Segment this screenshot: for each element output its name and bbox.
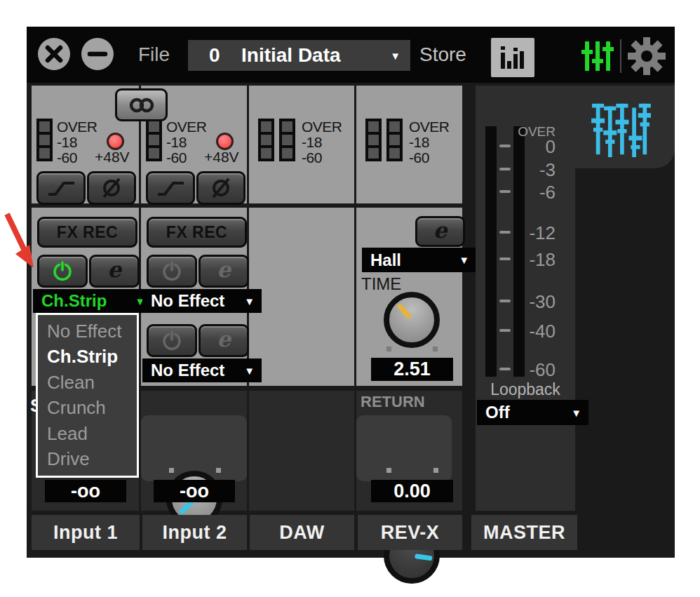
menu-item-lead[interactable]: Lead <box>38 421 137 447</box>
master-meter-left <box>485 126 497 377</box>
input2-fx-rec-button[interactable]: FX REC <box>147 217 247 248</box>
meter-segment <box>368 135 379 145</box>
close-icon <box>38 38 70 70</box>
input1-phase-button[interactable] <box>87 171 136 205</box>
minimize-icon <box>81 38 114 70</box>
mixer-view-icon[interactable] <box>581 40 614 72</box>
reverb-return-value[interactable]: 0.00 <box>371 480 453 502</box>
daw-meter-left <box>258 119 274 161</box>
level-meter-icon <box>499 43 527 72</box>
input2-highpass-button[interactable] <box>146 171 195 205</box>
meter-segment <box>261 135 271 145</box>
meter-tick <box>499 368 511 370</box>
chevron-down-icon: ▼ <box>571 408 581 418</box>
reverb-time-value[interactable]: 2.51 <box>371 358 453 381</box>
meter-segment <box>389 148 400 159</box>
knob-pointer <box>396 303 412 319</box>
loopback-label: Loopback <box>478 380 572 399</box>
input2-fx1-select[interactable]: No Effect ▼ <box>142 289 262 313</box>
scale-label: -60 <box>512 359 556 381</box>
close-button[interactable] <box>38 38 70 70</box>
input1-fx-power-button[interactable] <box>37 255 88 288</box>
fx-dropdown-menu: No Effect Ch.Strip Clean Crunch Lead Dri… <box>36 313 139 478</box>
chevron-down-icon: ▼ <box>244 365 255 376</box>
phantom-power-led <box>107 133 124 150</box>
file-label: File <box>138 43 170 66</box>
link-channels-icon <box>127 97 156 114</box>
stereo-link-button[interactable] <box>115 88 168 121</box>
meter-segment <box>39 121 50 132</box>
phase-invert-icon <box>98 176 125 200</box>
input2-fx2-power-button[interactable] <box>147 324 197 357</box>
reverb-time-knob[interactable] <box>384 292 440 348</box>
input2-fx2-select[interactable]: No Effect ▼ <box>142 358 262 382</box>
minimize-button[interactable] <box>81 38 114 70</box>
knob-pointer <box>414 554 432 561</box>
highpass-filter-icon <box>154 176 187 200</box>
input2-fx1-edit-button[interactable]: e <box>198 255 249 288</box>
knob-max-marker <box>216 468 221 473</box>
edit-icon: e <box>217 259 231 281</box>
menu-item-no-effect[interactable]: No Effect <box>38 318 137 344</box>
return-label: RETURN <box>361 393 425 411</box>
scale-label: -6 <box>512 182 556 203</box>
meter-segment <box>368 148 379 159</box>
meter-segment <box>389 121 400 132</box>
input1-meter-scale: OVER -18 -60 <box>57 119 97 166</box>
input1-fx-edit-button[interactable]: e <box>89 255 140 288</box>
power-icon <box>160 329 184 353</box>
meter-segment <box>261 121 271 132</box>
channel-name-master: MASTER <box>471 515 577 550</box>
reverb-type-select[interactable]: Hall ▼ <box>362 248 476 272</box>
preset-number: 0 <box>209 44 220 67</box>
phantom-power-label: +48V <box>204 149 239 166</box>
input1-highpass-button[interactable] <box>36 171 86 205</box>
meter-segment <box>39 135 50 145</box>
loopback-select[interactable]: Off ▼ <box>477 400 588 425</box>
phantom-power-label: +48V <box>95 149 130 166</box>
menu-item-drive[interactable]: Drive <box>38 447 137 473</box>
channel-name-revx: REV-X <box>358 515 462 550</box>
input2-fx1-power-button[interactable] <box>147 255 197 288</box>
channel-name-input1: Input 1 <box>32 515 140 550</box>
store-button[interactable]: Store <box>419 43 466 66</box>
revx-edit-button[interactable]: e <box>415 216 465 247</box>
knob-min-marker <box>169 468 174 473</box>
annotation-arrow-icon <box>1 210 38 272</box>
scale-label: 0 <box>512 136 556 158</box>
scale-label: -18 <box>512 249 556 271</box>
input2-level-value[interactable]: -oo <box>154 480 235 502</box>
titlebar-divider <box>620 39 621 73</box>
revx-meter-scale: OVER -18 -60 <box>409 119 450 166</box>
input1-fx-rec-button[interactable]: FX REC <box>37 217 137 248</box>
meter-tick <box>499 168 511 170</box>
edit-icon: e <box>433 220 447 241</box>
input1-level-value[interactable]: -oo <box>45 480 126 502</box>
input2-meter-scale: OVER -18 -60 <box>166 119 207 166</box>
input1-fx-select[interactable]: Ch.Strip ▼ <box>33 289 152 313</box>
meter-tick <box>499 329 511 332</box>
knob-min-marker <box>386 468 391 473</box>
menu-item-clean[interactable]: Clean <box>38 370 137 396</box>
master-faders-tab-icon[interactable] <box>591 101 651 157</box>
revx-meter-right <box>386 119 403 161</box>
meter-view-button[interactable] <box>491 38 534 77</box>
menu-item-crunch[interactable]: Crunch <box>38 396 137 422</box>
meter-tick <box>499 145 511 147</box>
daw-level-panel <box>249 391 354 511</box>
chevron-down-icon: ▼ <box>244 296 255 307</box>
channel-name-daw: DAW <box>250 515 354 550</box>
meter-tick <box>499 257 511 260</box>
preset-name: Initial Data <box>241 44 341 67</box>
gear-icon[interactable] <box>627 36 666 76</box>
phase-invert-icon <box>208 176 234 200</box>
menu-item-ch-strip[interactable]: Ch.Strip <box>38 344 137 370</box>
scale-label: -12 <box>512 222 556 244</box>
meter-tick <box>499 190 511 193</box>
preset-select[interactable]: 0 Initial Data ▼ <box>188 40 410 71</box>
input2-phase-button[interactable] <box>196 171 245 205</box>
time-label: TIME <box>361 274 401 294</box>
input2-fx2-edit-button[interactable]: e <box>198 324 249 357</box>
meter-segment <box>389 135 400 145</box>
knob-min-marker <box>386 347 391 351</box>
